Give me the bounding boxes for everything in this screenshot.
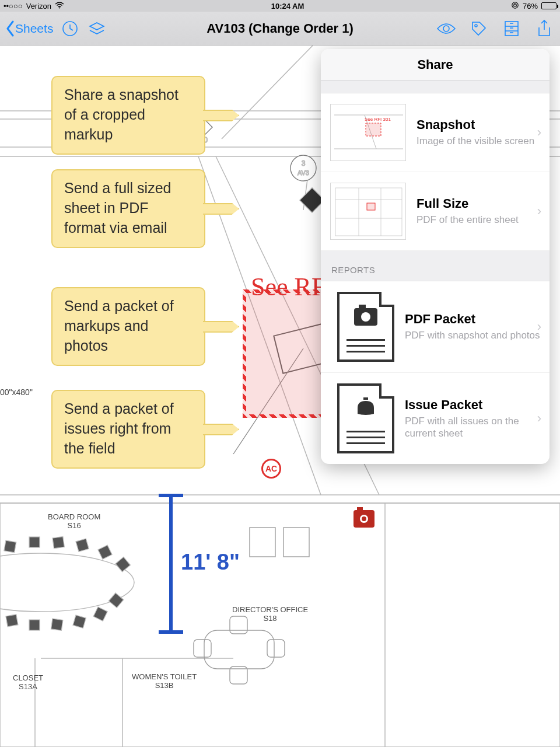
share-section-reports: REPORTS (321, 251, 550, 281)
rfi-label: See RF (251, 272, 326, 302)
share-row-sub: PDF with snapshot and photos (405, 329, 540, 341)
orientation-lock-icon (511, 1, 519, 11)
share-row-sub: PDF of the entire sheet (416, 214, 540, 226)
annotation-issue-packet: Send a packet of issues right from the f… (51, 390, 205, 469)
svg-rect-45 (267, 640, 285, 657)
fullsize-thumb (330, 183, 406, 240)
file-punch-icon (337, 383, 394, 453)
visibility-icon[interactable] (436, 19, 456, 39)
svg-rect-42 (284, 528, 309, 557)
room-director: DIRECTOR'S OFFICES18 (232, 605, 308, 623)
share-popover: Share See RFI 301 Snapshot Image of the … (321, 49, 550, 464)
svg-rect-61 (335, 188, 402, 236)
svg-rect-43 (204, 630, 274, 669)
share-issue-packet[interactable]: Issue Packet PDF with all issues on the … (321, 373, 550, 464)
cabinet-icon[interactable] (502, 19, 522, 39)
share-row-title: PDF Packet (405, 312, 540, 327)
svg-rect-40 (108, 593, 123, 608)
svg-point-0 (59, 7, 60, 8)
svg-line-19 (222, 46, 313, 139)
chevron-right-icon: › (537, 204, 541, 219)
share-pdf-packet[interactable]: PDF Packet PDF with snapshot and photos … (321, 281, 550, 373)
share-header: Share (321, 49, 550, 81)
snapshot-thumb: See RFI 301 (330, 104, 406, 161)
page-title: AV103 (Change Order 1) (206, 21, 353, 36)
status-time: 10:24 AM (271, 2, 304, 11)
share-snapshot[interactable]: See RFI 301 Snapshot Image of the visibl… (321, 93, 550, 172)
back-label: Sheets (15, 22, 53, 36)
svg-rect-36 (29, 620, 40, 630)
carrier-label: Verizon (26, 2, 51, 11)
svg-rect-29 (29, 537, 40, 547)
svg-rect-28 (4, 540, 16, 553)
svg-point-4 (475, 25, 477, 27)
side-dimension: 00"x480" (0, 388, 33, 397)
photo-marker[interactable] (354, 510, 374, 528)
svg-rect-31 (76, 539, 89, 551)
tag-icon[interactable] (469, 19, 489, 39)
room-toilet: WOMEN'S TOILETS13B (132, 672, 197, 690)
battery-icon (541, 2, 556, 9)
svg-text:See RFI 301: See RFI 301 (365, 117, 391, 122)
layers-icon[interactable] (87, 19, 107, 39)
annotation-fullsize: Send a full sized sheet in PDF format vi… (51, 169, 205, 248)
svg-rect-35 (6, 615, 18, 627)
dimension-line[interactable] (169, 494, 173, 634)
share-fullsize[interactable]: Full Size PDF of the entire sheet › (321, 172, 550, 251)
share-row-sub: Image of the visible screen (416, 135, 540, 147)
room-board: BOARD ROOMS16 (48, 512, 100, 530)
svg-rect-66 (367, 203, 375, 210)
dimension-value: 11' 8" (181, 550, 240, 575)
annotation-pdf-packet: Send a packet of markups and photos (51, 287, 205, 366)
svg-rect-32 (98, 545, 112, 559)
file-camera-icon (337, 292, 394, 362)
svg-rect-30 (52, 536, 64, 548)
share-row-title: Issue Packet (405, 397, 540, 413)
share-row-title: Snapshot (416, 117, 540, 132)
back-button[interactable]: Sheets (6, 20, 53, 37)
svg-rect-44 (194, 640, 211, 657)
ac-symbol: AC (261, 459, 281, 479)
svg-point-3 (443, 26, 449, 32)
nav-bar: Sheets AV103 (Change Order 1) (0, 12, 560, 46)
battery-pct: 76% (523, 2, 538, 11)
room-closet: CLOSETS13A (13, 673, 43, 691)
svg-rect-38 (73, 615, 86, 628)
svg-text:AV3: AV3 (298, 169, 309, 176)
svg-rect-33 (116, 557, 130, 571)
svg-rect-59 (366, 123, 381, 136)
share-row-title: Full Size (416, 196, 540, 211)
chevron-right-icon: › (537, 125, 541, 140)
chevron-right-icon: › (537, 319, 541, 334)
share-icon[interactable] (534, 19, 554, 39)
chevron-right-icon: › (537, 411, 541, 426)
wifi-icon (55, 2, 64, 11)
status-bar: ••○○○ Verizon 10:24 AM 76% (0, 0, 560, 12)
drawing-canvas[interactable]: 1 V300 3 AV3 00"x480" See RF AC 11' 8" B… (0, 46, 560, 747)
signal-dots: ••○○○ (4, 2, 23, 11)
annotation-snapshot: Share a snapshot of a cropped markup (51, 76, 205, 155)
svg-rect-39 (93, 607, 107, 621)
history-icon[interactable] (60, 19, 80, 39)
share-row-sub: PDF with all issues on the current sheet (405, 415, 540, 440)
svg-rect-37 (51, 619, 62, 630)
svg-rect-41 (250, 528, 275, 557)
svg-text:3: 3 (302, 159, 306, 167)
